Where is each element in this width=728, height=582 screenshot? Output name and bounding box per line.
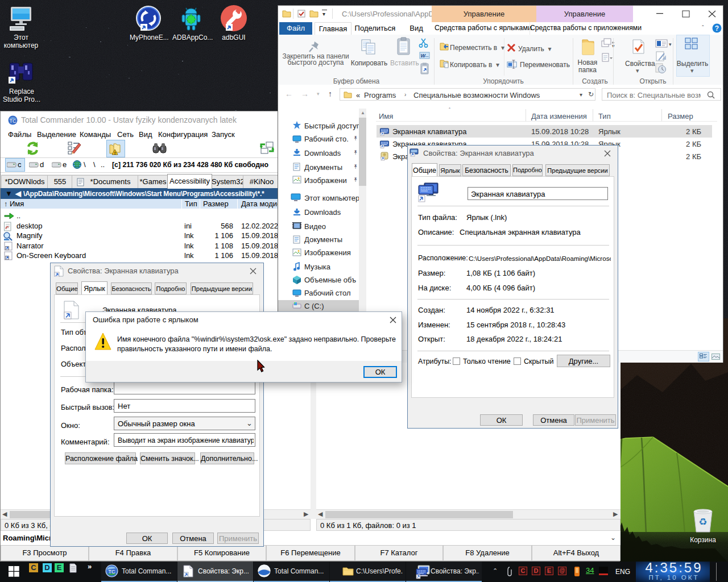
svg-text:?: ? <box>715 24 719 32</box>
svg-text:♻: ♻ <box>698 517 707 527</box>
svg-text:TC: TC <box>109 569 115 575</box>
svg-text:TC: TC <box>10 118 16 124</box>
svg-text:!: ! <box>114 151 116 156</box>
svg-text:▾: ▾ <box>669 41 672 47</box>
